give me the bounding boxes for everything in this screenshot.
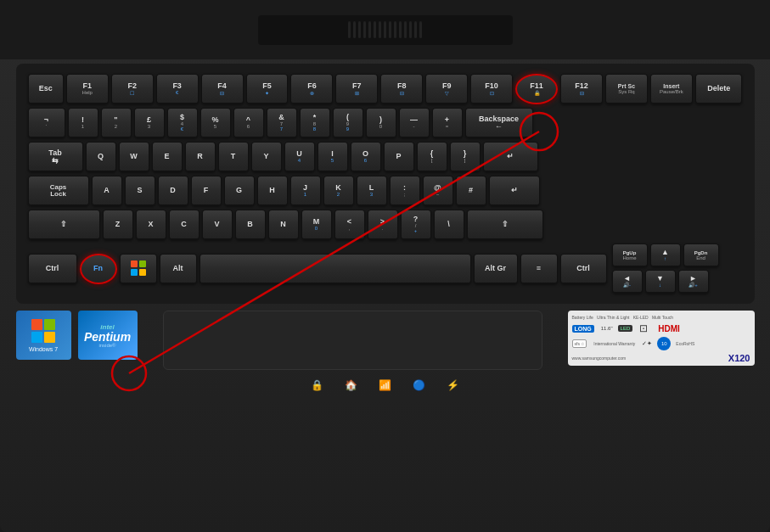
key-f12[interactable]: F12⊟ bbox=[560, 74, 603, 104]
key-w[interactable]: W bbox=[119, 142, 149, 172]
key-ctrl-right[interactable]: Ctrl bbox=[560, 254, 607, 284]
key-comma[interactable]: <, bbox=[334, 210, 365, 240]
key-v[interactable]: V bbox=[202, 210, 233, 240]
lock-status-icon: 🔒 bbox=[309, 377, 326, 394]
key-a[interactable]: A bbox=[92, 176, 122, 206]
key-f10[interactable]: F10⊡ bbox=[470, 74, 513, 104]
sticker-row-3: sfs ☆ International Warranty ✓✦ 10 EcoRo… bbox=[572, 337, 750, 350]
number-row: ¬` !1 "2 £3 $4€ %5 ^6 &77 *88 (99 )0 —- … bbox=[28, 108, 743, 138]
key-shift-left[interactable]: ⇧ bbox=[28, 210, 100, 240]
key-x[interactable]: X bbox=[136, 210, 166, 240]
intel-product: Pentium bbox=[84, 331, 131, 343]
key-l[interactable]: L3 bbox=[357, 176, 387, 206]
key-ctrl-left[interactable]: Ctrl bbox=[28, 254, 77, 284]
key-pgdn[interactable]: PgDnEnd bbox=[683, 244, 719, 267]
function-key-row: Esc F1Help F2☐ F3€ F4⊟ F5✦ F6⊗ F7⊞ F8⊟ F… bbox=[28, 74, 743, 104]
key-caps-lock[interactable]: Caps Lock bbox=[28, 176, 89, 206]
key-f11[interactable]: F11🔒 bbox=[515, 74, 558, 104]
key-6[interactable]: ^6 bbox=[233, 108, 264, 138]
key-1[interactable]: !1 bbox=[68, 108, 98, 138]
key-enter2[interactable]: ↵ bbox=[489, 176, 540, 206]
key-equals[interactable]: += bbox=[432, 108, 463, 138]
key-u[interactable]: U4 bbox=[284, 142, 315, 172]
key-7[interactable]: &77 bbox=[267, 108, 297, 138]
key-8[interactable]: *88 bbox=[300, 108, 330, 138]
key-f6[interactable]: F6⊗ bbox=[290, 74, 333, 104]
key-alt-left[interactable]: Alt bbox=[160, 254, 197, 284]
touchpad[interactable] bbox=[163, 311, 542, 370]
key-space[interactable] bbox=[200, 254, 471, 284]
key-menu[interactable]: ≡ bbox=[520, 254, 558, 284]
key-f4[interactable]: F4⊟ bbox=[201, 74, 244, 104]
key-3[interactable]: £3 bbox=[134, 108, 165, 138]
key-delete[interactable]: Delete bbox=[695, 74, 743, 104]
key-f8[interactable]: F8⊟ bbox=[380, 74, 423, 104]
key-f2[interactable]: F2☐ bbox=[111, 74, 154, 104]
key-c[interactable]: C bbox=[169, 210, 200, 240]
key-esc[interactable]: Esc bbox=[28, 74, 64, 104]
bottom-area: Windows 7 intel Pentium inside® Battery … bbox=[16, 311, 755, 370]
key-f7[interactable]: F7⊞ bbox=[335, 74, 378, 104]
key-2[interactable]: "2 bbox=[101, 108, 132, 138]
key-g[interactable]: G bbox=[224, 176, 255, 206]
key-insert[interactable]: InsertPause/Brk bbox=[650, 74, 693, 104]
key-shift-right[interactable]: ⇧ bbox=[467, 210, 543, 240]
key-backspace[interactable]: Backspace← bbox=[465, 108, 533, 138]
bottom-row: Ctrl Fn Alt Alt Gr ≡ Ctrl bbox=[28, 244, 743, 294]
key-r[interactable]: R bbox=[185, 142, 216, 172]
key-backslash[interactable]: \ bbox=[434, 210, 464, 240]
key-windows[interactable] bbox=[120, 254, 157, 284]
key-quote[interactable]: @~ bbox=[423, 176, 453, 206]
key-tab[interactable]: Tab⇆ bbox=[28, 142, 83, 172]
key-f1[interactable]: F1Help bbox=[66, 74, 109, 104]
bluetooth-icon: 🔵 bbox=[411, 377, 428, 394]
key-5[interactable]: %5 bbox=[200, 108, 231, 138]
shift-row: ⇧ Z X C V B N M0 <, >. ?/+ \ ⇧ bbox=[28, 210, 743, 240]
key-q[interactable]: Q bbox=[86, 142, 116, 172]
key-fn[interactable]: Fn bbox=[80, 254, 117, 284]
key-4[interactable]: $4€ bbox=[167, 108, 198, 138]
key-semicolon[interactable]: :; bbox=[390, 176, 420, 206]
key-arrow-up[interactable]: ▲↑ bbox=[650, 244, 681, 267]
home-icon: 🏠 bbox=[343, 377, 360, 394]
key-minus[interactable]: —- bbox=[399, 108, 430, 138]
key-m[interactable]: M0 bbox=[301, 210, 332, 240]
key-backtick[interactable]: ¬` bbox=[28, 108, 65, 138]
key-s[interactable]: S bbox=[125, 176, 155, 206]
key-prtsc[interactable]: Prt ScSys Rq bbox=[605, 74, 648, 104]
laptop-body: Esc F1Help F2☐ F3€ F4⊟ F5✦ F6⊗ F7⊞ F8⊟ F… bbox=[0, 0, 770, 532]
key-0[interactable]: )0 bbox=[366, 108, 396, 138]
key-e[interactable]: E bbox=[152, 142, 183, 172]
key-period[interactable]: >. bbox=[368, 210, 398, 240]
key-pgup[interactable]: PgUpHome bbox=[612, 244, 648, 267]
power-icon: ⚡ bbox=[445, 377, 462, 394]
key-i[interactable]: I5 bbox=[318, 142, 348, 172]
key-hash[interactable]: # bbox=[456, 176, 486, 206]
key-b[interactable]: B bbox=[235, 210, 266, 240]
key-t[interactable]: T bbox=[218, 142, 249, 172]
key-arrow-down[interactable]: ▼↓ bbox=[645, 270, 676, 294]
key-f5[interactable]: F5✦ bbox=[246, 74, 289, 104]
sticker-row-1: Battery Life Ultra Thin & Light KE-LED M… bbox=[572, 315, 750, 320]
key-enter[interactable]: ↵ bbox=[483, 142, 538, 172]
key-d[interactable]: D bbox=[158, 176, 188, 206]
key-arrow-right[interactable]: ►🔊+ bbox=[678, 270, 709, 294]
key-y[interactable]: Y bbox=[251, 142, 282, 172]
key-f[interactable]: F bbox=[191, 176, 222, 206]
key-9[interactable]: (99 bbox=[333, 108, 363, 138]
key-o[interactable]: O6 bbox=[351, 142, 381, 172]
key-p[interactable]: P bbox=[384, 142, 414, 172]
key-z[interactable]: Z bbox=[103, 210, 133, 240]
key-rbracket[interactable]: }] bbox=[450, 142, 481, 172]
key-n[interactable]: N bbox=[268, 210, 299, 240]
sticker-row-2: LONG 11.6" LED ⊡ HDMI bbox=[572, 322, 750, 334]
key-h[interactable]: H bbox=[257, 176, 288, 206]
key-f3[interactable]: F3€ bbox=[156, 74, 199, 104]
key-slash[interactable]: ?/+ bbox=[401, 210, 431, 240]
key-alt-gr[interactable]: Alt Gr bbox=[474, 254, 518, 284]
key-k[interactable]: K2 bbox=[323, 176, 354, 206]
key-lbracket[interactable]: {[ bbox=[417, 142, 447, 172]
key-arrow-down-left[interactable]: ◄🔊- bbox=[612, 270, 643, 294]
key-f9[interactable]: F9▽ bbox=[425, 74, 468, 104]
key-j[interactable]: J1 bbox=[290, 176, 321, 206]
